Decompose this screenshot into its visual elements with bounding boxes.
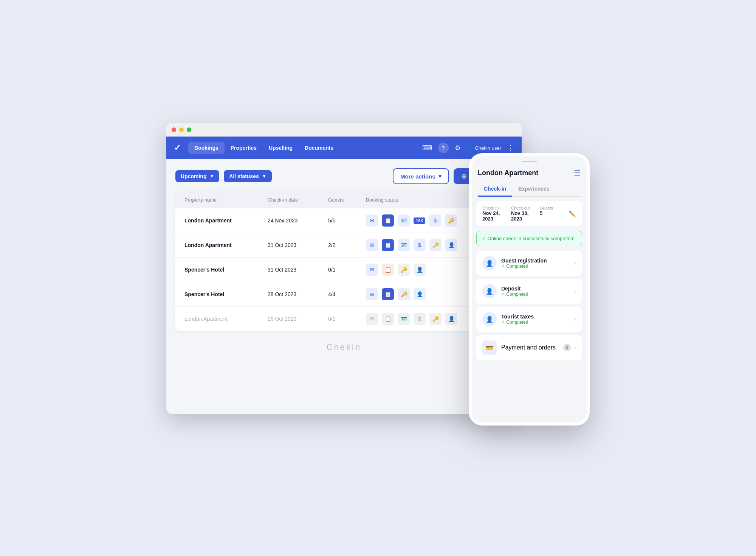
help-icon[interactable]: ? bbox=[438, 143, 449, 153]
settings-icon[interactable]: ⚙ bbox=[455, 144, 461, 152]
nav-item-upselling[interactable]: Upselling bbox=[263, 142, 299, 154]
nav-bar: ✓ Bookings Properties Upselling Document… bbox=[166, 137, 522, 159]
payment-item[interactable]: 💳 Payment and orders 0 › bbox=[476, 335, 582, 360]
nav-logo-check: ✓ bbox=[174, 143, 181, 153]
checklist-item-tourist-taxes[interactable]: 👤 Tourist taxes ✓ Completed › bbox=[476, 307, 582, 332]
email-icon[interactable]: ✉ bbox=[366, 264, 378, 276]
checklist-item-deposit[interactable]: 👤 Deposit ✓ Completed › bbox=[476, 279, 582, 304]
nav-item-bookings[interactable]: Bookings bbox=[188, 142, 225, 154]
checkin-date: 28 Oct 2023 bbox=[268, 291, 328, 297]
checkin-value: Nov 24, 2023 bbox=[482, 210, 508, 222]
payment-icon-gray[interactable]: $ bbox=[414, 313, 426, 325]
all-statuses-filter-btn[interactable]: All statuses ▼ bbox=[224, 170, 271, 182]
checkin-date: 24 Nov 2023 bbox=[268, 217, 328, 224]
more-actions-button[interactable]: More actions ▾ bbox=[393, 168, 449, 184]
tab-experiences[interactable]: Experiences bbox=[512, 182, 556, 197]
bookings-table: Property name Check-in date Guests Booki… bbox=[175, 192, 513, 331]
browser-window: ✓ Bookings Properties Upselling Document… bbox=[166, 123, 522, 414]
maximize-dot[interactable] bbox=[187, 127, 191, 132]
mobile-tabs: Check-in Experiences bbox=[478, 182, 581, 197]
th-property: Property name bbox=[184, 197, 268, 203]
guests-count: 0/1 bbox=[328, 267, 366, 273]
key-icon-gray[interactable]: 🔑 bbox=[398, 264, 410, 276]
guests-label: Guests bbox=[540, 206, 565, 210]
email-icon[interactable]: ✉ bbox=[366, 288, 378, 300]
chevron-right-icon: › bbox=[574, 315, 576, 323]
checkin-date: 26 Oct 2023 bbox=[268, 316, 328, 322]
guest-icon[interactable]: 👤 bbox=[445, 239, 457, 251]
checkin-icon[interactable]: 📋 bbox=[382, 239, 394, 251]
id-icon[interactable]: 🪪 bbox=[398, 239, 410, 251]
tourist-taxes-icon: 👤 bbox=[482, 312, 497, 326]
guests-value: 5 bbox=[540, 210, 565, 216]
checkin-label: Check In bbox=[482, 206, 508, 210]
table-row[interactable]: London Apartment 26 Oct 2023 0/1 ✉ 📋 🪪 $… bbox=[175, 306, 513, 331]
checklist-text: Guest registration ✓ Completed bbox=[501, 258, 574, 269]
deposit-icon: 👤 bbox=[482, 284, 497, 298]
payment-badge: 0 bbox=[563, 344, 571, 351]
checkin-date: 31 Oct 2023 bbox=[268, 267, 328, 273]
brand-name: Chekin bbox=[327, 342, 361, 352]
id-icon[interactable]: 🪪 bbox=[398, 214, 410, 227]
keyboard-icon[interactable]: ⌨ bbox=[422, 144, 432, 152]
nav-item-documents[interactable]: Documents bbox=[299, 142, 339, 154]
table-row[interactable]: Spencer's Hotel 31 Oct 2023 0/1 ✉ 📋 🔑 👤 bbox=[175, 257, 513, 282]
guest-icon-gray[interactable]: 👤 bbox=[414, 264, 426, 276]
checklist-text: Tourist taxes ✓ Completed bbox=[501, 314, 574, 325]
booking-checkin-info: Check In Nov 24, 2023 bbox=[482, 206, 508, 222]
key-icon[interactable]: 🔑 bbox=[445, 214, 457, 227]
checkin-icon-gray[interactable]: 📋 bbox=[382, 313, 394, 325]
mobile-inner: London Apartment ☰ Check-in Experiences … bbox=[472, 156, 587, 422]
email-icon[interactable]: ✉ bbox=[366, 214, 378, 227]
close-dot[interactable] bbox=[172, 127, 176, 132]
payment-icon[interactable]: $ bbox=[429, 214, 441, 227]
nav-item-properties[interactable]: Properties bbox=[225, 142, 263, 154]
property-name: London Apartment bbox=[184, 242, 268, 248]
email-icon[interactable]: ✉ bbox=[366, 239, 378, 251]
checkin-icon[interactable]: 📋 bbox=[382, 214, 394, 227]
checkout-label: Check out bbox=[511, 206, 537, 210]
chevron-right-icon: › bbox=[574, 344, 576, 352]
property-name: London Apartment bbox=[184, 316, 268, 322]
guest-icon[interactable]: 👤 bbox=[414, 288, 426, 300]
guest-icon-gray[interactable]: 👤 bbox=[445, 313, 457, 325]
mobile-menu-icon[interactable]: ☰ bbox=[574, 168, 581, 177]
mobile-header: London Apartment ☰ bbox=[472, 165, 587, 182]
table-row[interactable]: London Apartment 24 Nov 2023 5/5 ✉ 📋 🪪 T… bbox=[175, 208, 513, 233]
key-icon[interactable]: 🔑 bbox=[398, 288, 410, 300]
booking-guests-info: Guests 5 bbox=[540, 206, 565, 222]
user-icon: 👤 bbox=[467, 145, 473, 151]
more-actions-label: More actions bbox=[400, 173, 435, 180]
payment-icon[interactable]: $ bbox=[414, 239, 426, 251]
email-icon-gray[interactable]: ✉ bbox=[366, 313, 378, 325]
booking-info: Check In Nov 24, 2023 Check out Nov 30, … bbox=[476, 201, 582, 226]
success-message: ✓ Online check-in successfully completed… bbox=[482, 236, 575, 241]
payment-title: Payment and orders bbox=[501, 344, 563, 351]
table-header: Property name Check-in date Guests Booki… bbox=[175, 192, 513, 208]
table-row[interactable]: Spencer's Hotel 28 Oct 2023 4/4 ✉ 📋 🔑 👤 bbox=[175, 282, 513, 306]
nav-more-icon[interactable]: ⋮ bbox=[507, 144, 514, 152]
checkin-icon[interactable]: 📋 bbox=[382, 288, 394, 300]
edit-icon[interactable]: ✏️ bbox=[569, 210, 576, 217]
guests-count: 0/1 bbox=[328, 316, 366, 322]
tab-checkin[interactable]: Check-in bbox=[478, 182, 512, 197]
checklist-item-guest-registration[interactable]: 👤 Guest registration ✓ Completed › bbox=[476, 251, 582, 276]
nav-user[interactable]: 👤 Chekin user bbox=[467, 145, 501, 151]
id-icon-gray[interactable]: 🪪 bbox=[398, 313, 410, 325]
checklist-text: Deposit ✓ Completed bbox=[501, 286, 574, 297]
key-icon-gray[interactable]: 🔑 bbox=[429, 313, 442, 325]
browser-titlebar bbox=[166, 123, 522, 137]
checkin-icon-red[interactable]: 📋 bbox=[382, 264, 394, 276]
upcoming-filter-btn[interactable]: Upcoming ▼ bbox=[175, 170, 219, 182]
key-icon[interactable]: 🔑 bbox=[429, 239, 442, 251]
guests-count: 5/5 bbox=[328, 217, 366, 224]
upcoming-chevron-icon: ▼ bbox=[209, 174, 214, 179]
table-row[interactable]: London Apartment 31 Oct 2023 2/2 ✉ 📋 🪪 $… bbox=[175, 233, 513, 257]
status-chevron-icon: ▼ bbox=[262, 174, 266, 179]
booking-checkout-info: Check out Nov 30, 2023 bbox=[511, 206, 537, 222]
minimize-dot[interactable] bbox=[179, 127, 184, 132]
mobile-handle bbox=[522, 161, 537, 162]
th-checkin: Check-in date bbox=[268, 197, 328, 203]
payment-label: Payment and orders bbox=[501, 344, 556, 351]
tax-tag[interactable]: TAX bbox=[414, 217, 425, 224]
